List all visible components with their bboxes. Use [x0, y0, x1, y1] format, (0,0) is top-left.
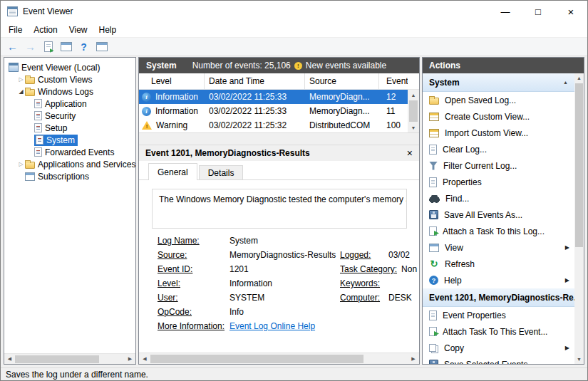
action-attach-task-to-log[interactable]: Attach a Task To this Log...: [423, 223, 574, 239]
action-clear-log[interactable]: Clear Log...: [423, 141, 574, 157]
action-save-all-events-as[interactable]: Save All Events As...: [423, 207, 574, 223]
event-id-cell: 12: [379, 92, 408, 102]
scrollbar-thumb[interactable]: [575, 83, 583, 247]
forward-arrow-icon: →: [25, 41, 36, 53]
scroll-right-icon[interactable]: ▶: [408, 353, 419, 365]
column-header-event-id[interactable]: Event: [379, 73, 408, 89]
chevron-expanded-icon[interactable]: ◢: [17, 88, 25, 95]
scrollbar-thumb[interactable]: [150, 355, 363, 363]
action-import-custom-view[interactable]: Import Custom View...: [423, 125, 574, 141]
tree-item-custom-views[interactable]: ▷ Custom Views: [4, 73, 135, 85]
menu-file[interactable]: File: [3, 24, 28, 36]
actions-vertical-scrollbar[interactable]: ▲ ▼: [574, 73, 584, 364]
actions-section-system[interactable]: System ▲: [423, 73, 574, 92]
action-properties[interactable]: Properties: [423, 174, 574, 190]
event-id-cell: 11: [379, 106, 408, 116]
tree-item-applications-and-services-logs[interactable]: ▷ Applications and Services Log: [4, 158, 135, 170]
close-button[interactable]: ×: [555, 1, 587, 22]
event-log-online-help-link[interactable]: Event Log Online Help: [229, 321, 315, 331]
field-value: Non: [401, 264, 417, 274]
export-list-button[interactable]: [40, 39, 56, 55]
table-row[interactable]: ! Warning 03/02/2022 11:25:32 Distribute…: [139, 118, 419, 132]
table-row[interactable]: i Information 03/02/2022 11:25:33 Memory…: [139, 104, 419, 118]
scroll-right-icon[interactable]: ▶: [125, 354, 135, 365]
tree-root-event-viewer-local[interactable]: Event Viewer (Local): [4, 61, 135, 73]
tree-item-windows-logs[interactable]: ◢ Windows Logs: [4, 85, 135, 98]
level-text: Information: [155, 92, 198, 102]
detail-horizontal-scrollbar[interactable]: ◀ ▶: [139, 353, 419, 364]
back-button[interactable]: ←: [4, 39, 21, 55]
action-save-selected-events[interactable]: Save Selected Events...: [423, 356, 574, 364]
action-view[interactable]: View ▶: [423, 239, 574, 256]
action-copy[interactable]: Copy ▶: [423, 340, 574, 356]
tree-horizontal-scrollbar[interactable]: ◀ ▶: [4, 353, 135, 364]
action-create-custom-view[interactable]: Create Custom View...: [423, 108, 574, 125]
action-open-saved-log[interactable]: Open Saved Log...: [423, 92, 574, 108]
level-text: Warning: [156, 120, 187, 130]
source-cell: MemoryDiagn...: [305, 106, 379, 116]
menu-action[interactable]: Action: [28, 24, 63, 36]
event-message-box[interactable]: The Windows Memory Diagnostic tested the…: [152, 189, 407, 229]
pane-splitter[interactable]: [139, 132, 419, 145]
event-viewer-window: Event Viewer — □ × File Action View Help…: [0, 0, 588, 381]
information-icon: i: [142, 93, 151, 102]
attach-task-icon: [429, 226, 437, 236]
field-label: Logged:: [340, 250, 384, 260]
action-help[interactable]: ? Help ▶: [423, 272, 574, 288]
forward-button[interactable]: →: [22, 39, 38, 55]
tab-details[interactable]: Details: [199, 165, 244, 180]
menu-view[interactable]: View: [63, 24, 93, 36]
field-label: Computer:: [340, 293, 384, 303]
menu-help[interactable]: Help: [93, 24, 123, 36]
minimize-button[interactable]: —: [489, 1, 522, 22]
tab-general[interactable]: General: [148, 163, 197, 180]
tree-item-forwarded-events[interactable]: Forwarded Events: [4, 146, 135, 158]
new-events-icon: !: [294, 62, 302, 70]
action-label: Refresh: [445, 259, 572, 269]
detail-close-icon[interactable]: ×: [401, 147, 413, 159]
field-row-level: Level: Information Keywords:: [139, 278, 419, 293]
scroll-up-icon[interactable]: ▲: [408, 90, 419, 100]
datetime-cell: 03/02/2022 11:25:32: [205, 120, 305, 130]
action-filter-current-log[interactable]: Filter Current Log...: [423, 157, 574, 174]
level-cell: ! Warning: [139, 120, 205, 130]
field-label: OpCode:: [158, 307, 192, 317]
list-vertical-scrollbar[interactable]: ▲ ▼: [408, 90, 419, 132]
help-button[interactable]: ?: [76, 39, 92, 55]
action-find[interactable]: Find...: [423, 190, 574, 207]
chevron-collapsed-icon[interactable]: ▷: [17, 161, 25, 167]
tree-item-system[interactable]: System: [4, 134, 135, 146]
tree-label: Forwarded Events: [45, 147, 114, 157]
scrollbar-thumb[interactable]: [409, 100, 418, 122]
column-header-source[interactable]: Source: [305, 73, 379, 89]
export-document-icon: [44, 41, 53, 52]
column-header-level[interactable]: Level: [139, 73, 205, 89]
actions-section-event[interactable]: Event 1201, MemoryDiagnostics-Re... ▲: [423, 288, 574, 307]
chevron-collapsed-icon[interactable]: ▷: [17, 76, 25, 83]
tree-item-subscriptions[interactable]: Subscriptions: [4, 170, 135, 182]
action-event-properties[interactable]: Event Properties: [423, 307, 574, 323]
action-label: Import Custom View...: [445, 128, 572, 138]
scroll-left-icon[interactable]: ◀: [139, 353, 150, 365]
column-header-date-and-time[interactable]: Date and Time: [205, 73, 305, 89]
scroll-down-icon[interactable]: ▼: [408, 122, 419, 132]
table-row[interactable]: i Information 03/02/2022 11:25:33 Memory…: [139, 90, 419, 104]
detail-title: Event 1201, MemoryDiagnostics-Results: [145, 148, 310, 158]
scroll-down-icon[interactable]: ▼: [574, 355, 584, 364]
maximize-button[interactable]: □: [522, 1, 555, 22]
detail-tabs: General Details: [139, 161, 419, 180]
tree-item-security[interactable]: Security: [4, 110, 135, 122]
action-attach-task-to-event[interactable]: Attach Task To This Event...: [423, 323, 574, 340]
scroll-left-icon[interactable]: ◀: [4, 354, 15, 365]
scrollbar-thumb[interactable]: [15, 355, 99, 363]
collapse-chevron-icon[interactable]: ▲: [559, 80, 568, 85]
tree-item-setup[interactable]: Setup: [4, 122, 135, 134]
binoculars-icon: [429, 194, 440, 203]
tree-item-application[interactable]: Application: [4, 98, 135, 110]
action-refresh[interactable]: ↻ Refresh: [423, 256, 574, 272]
field-row-opcode: OpCode: Info: [139, 307, 419, 321]
field-value: Info: [229, 307, 244, 317]
action-pane-toggle-button[interactable]: [93, 39, 110, 55]
console-tree-toggle-button[interactable]: [58, 39, 74, 55]
scroll-up-icon[interactable]: ▲: [574, 73, 584, 83]
